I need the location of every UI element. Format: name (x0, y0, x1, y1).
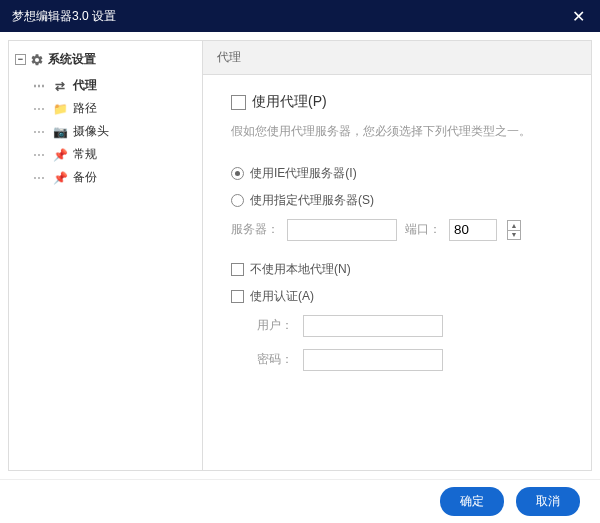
tree-root[interactable]: − 系统设置 (15, 51, 196, 68)
sidebar-item-label: 摄像头 (73, 123, 109, 140)
footer: 确定 取消 (0, 479, 600, 523)
port-input[interactable] (449, 219, 497, 241)
sidebar-item-label: 备份 (73, 169, 97, 186)
server-label: 服务器： (231, 221, 279, 238)
panel-body: 使用代理(P) 假如您使用代理服务器，您必须选择下列代理类型之一。 使用IE代理… (203, 75, 591, 470)
radio-ie-label: 使用IE代理服务器(I) (250, 165, 357, 182)
radio-group: 使用IE代理服务器(I) 使用指定代理服务器(S) (231, 165, 563, 209)
panel-header: 代理 (203, 41, 591, 75)
port-spinner[interactable]: ▲ ▼ (507, 220, 521, 240)
pass-label: 密码： (253, 351, 293, 368)
collapse-icon[interactable]: − (15, 54, 26, 65)
radio-ie-row[interactable]: 使用IE代理服务器(I) (231, 165, 563, 182)
tree-branch-icon: ⋯ (33, 148, 45, 162)
tree-branch-icon: ⋯ (33, 171, 45, 185)
sidebar-item-backup[interactable]: ⋯ 📌 备份 (33, 166, 196, 189)
pass-row: 密码： (253, 349, 563, 371)
radio-icon[interactable] (231, 167, 244, 180)
main-panel: 代理 使用代理(P) 假如您使用代理服务器，您必须选择下列代理类型之一。 使用I… (203, 40, 592, 471)
user-label: 用户： (253, 317, 293, 334)
sidebar-item-camera[interactable]: ⋯ 📷 摄像头 (33, 120, 196, 143)
cancel-button[interactable]: 取消 (516, 487, 580, 516)
use-auth-label: 使用认证(A) (250, 288, 314, 305)
camera-icon: 📷 (53, 125, 67, 139)
checkbox-icon[interactable] (231, 263, 244, 276)
help-text: 假如您使用代理服务器，您必须选择下列代理类型之一。 (231, 121, 563, 143)
sidebar-item-label: 常规 (73, 146, 97, 163)
gear-icon (30, 53, 44, 67)
tree-branch-icon: ⋯ (33, 79, 45, 93)
user-row: 用户： (253, 315, 563, 337)
titlebar: 梦想编辑器3.0 设置 ✕ (0, 0, 600, 32)
pass-input[interactable] (303, 349, 443, 371)
use-auth-row[interactable]: 使用认证(A) (231, 288, 563, 305)
sidebar-item-path[interactable]: ⋯ 📁 路径 (33, 97, 196, 120)
swap-icon: ⇄ (53, 79, 67, 93)
sidebar-item-label: 代理 (73, 77, 97, 94)
sidebar-item-proxy[interactable]: ⋯ ⇄ 代理 (33, 74, 196, 97)
use-proxy-label: 使用代理(P) (252, 93, 327, 111)
tree-branch-icon: ⋯ (33, 125, 45, 139)
sidebar-item-label: 路径 (73, 100, 97, 117)
window-title: 梦想编辑器3.0 设置 (12, 8, 116, 25)
checkbox-icon[interactable] (231, 95, 246, 110)
spinner-up-icon[interactable]: ▲ (507, 220, 521, 230)
use-proxy-row[interactable]: 使用代理(P) (231, 93, 563, 111)
user-input[interactable] (303, 315, 443, 337)
spinner-down-icon[interactable]: ▼ (507, 230, 521, 240)
pin-icon: 📌 (53, 148, 67, 162)
tree-root-label: 系统设置 (48, 51, 96, 68)
folder-icon: 📁 (53, 102, 67, 116)
close-icon[interactable]: ✕ (568, 7, 588, 26)
radio-icon[interactable] (231, 194, 244, 207)
content-area: − 系统设置 ⋯ ⇄ 代理 ⋯ 📁 路径 ⋯ 📷 摄像头 ⋯ 📌 (0, 32, 600, 479)
ok-button[interactable]: 确定 (440, 487, 504, 516)
auth-fields: 用户： 密码： (253, 315, 563, 371)
no-local-proxy-row[interactable]: 不使用本地代理(N) (231, 261, 563, 278)
server-row: 服务器： 端口： ▲ ▼ (231, 219, 563, 241)
sidebar: − 系统设置 ⋯ ⇄ 代理 ⋯ 📁 路径 ⋯ 📷 摄像头 ⋯ 📌 (8, 40, 203, 471)
sidebar-item-general[interactable]: ⋯ 📌 常规 (33, 143, 196, 166)
no-local-proxy-label: 不使用本地代理(N) (250, 261, 351, 278)
radio-custom-row[interactable]: 使用指定代理服务器(S) (231, 192, 563, 209)
radio-custom-label: 使用指定代理服务器(S) (250, 192, 374, 209)
pin-icon: 📌 (53, 171, 67, 185)
server-input[interactable] (287, 219, 397, 241)
tree-children: ⋯ ⇄ 代理 ⋯ 📁 路径 ⋯ 📷 摄像头 ⋯ 📌 常规 ⋯ 📌 (33, 74, 196, 189)
tree-branch-icon: ⋯ (33, 102, 45, 116)
port-label: 端口： (405, 221, 441, 238)
checkbox-icon[interactable] (231, 290, 244, 303)
